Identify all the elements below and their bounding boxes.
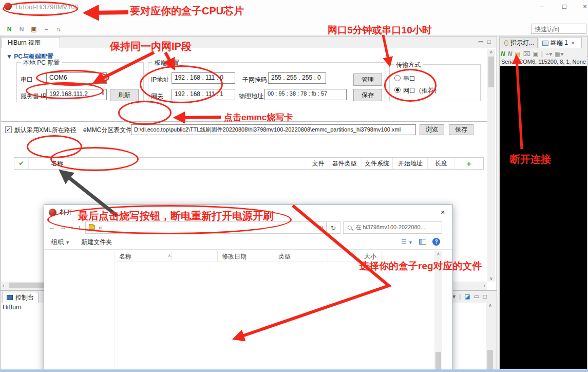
plug-icon[interactable]: ⌁ (42, 25, 51, 34)
terminal-toolbar: N N ▤ ⌧ ▣ | ⌁▾ ▦▾ (501, 49, 587, 59)
column-type[interactable]: 类型 (274, 251, 328, 262)
column-date[interactable]: 修改日期 (218, 251, 274, 262)
indicator-bulb-icon (504, 40, 508, 46)
xml-path-label: eMMC分区表文件 (83, 126, 132, 135)
dialog-titlebar: 打开 (44, 205, 452, 219)
serial-status-text: Serial: COM6, 115200, 8, 1, None (501, 59, 587, 65)
file-list: ∧ 名称 修改日期 类型 大小 (115, 251, 434, 372)
panel-minimize-icon[interactable]: ▭ (478, 39, 483, 45)
breadcrumb-dropdown-icon[interactable]: ∨ (319, 224, 324, 231)
xml-save-button[interactable]: 保存 (449, 124, 473, 135)
console-scrollbar[interactable]: ∧ (486, 303, 494, 371)
window-titlebar: HiTool-Hi3798MV100 – □ × (0, 0, 588, 13)
terminal-disconnect-icon[interactable]: N (508, 50, 513, 58)
serial-label: 串口 (21, 76, 33, 84)
dialog-toolbar: 组织 ▼ 新建文件夹 ☰ ▼ ? (44, 235, 452, 250)
ip-label: IP地址 (151, 76, 169, 84)
serial-port-select[interactable]: COM6 (46, 72, 107, 84)
dialog-close-icon[interactable]: × (437, 207, 448, 217)
mask-label: 子网掩码 (242, 76, 267, 84)
console-toolbar: ▾ | ◪ ▭ □ (452, 293, 487, 300)
partition-table: ✔ 名称 文件 器件类型 文件系统 开始地址 长度 + (14, 157, 484, 170)
console-maximize-icon[interactable]: □ (483, 293, 487, 300)
terminal-screen[interactable] (500, 66, 587, 369)
panel-maximize-icon[interactable]: □ (487, 39, 491, 45)
server-ip-label: 服务器 IP (21, 92, 47, 101)
terminal-icon (542, 41, 548, 46)
vertical-scrollbar[interactable]: ∧∨ (487, 49, 495, 282)
network-radio-label: 网口（推荐） (403, 86, 440, 95)
open-file-dialog: 打开 × ← → ∨ ↑ « ∨ ↻ 在 hi3798mv100-2022080… (44, 204, 453, 372)
menubar (0, 13, 588, 23)
board-save-button[interactable]: 保存 (353, 89, 382, 101)
action-button-row (1, 140, 495, 153)
xml-path-input[interactable]: D:\dl.ecoo.top\public2\TTL线刷固件20220808\h… (131, 124, 416, 135)
mac-input[interactable]: 00 : 95 : 38 : 78 : fb : 57 (264, 89, 347, 100)
window-title: HiTool-Hi3798MV100 (15, 3, 79, 11)
forward-icon[interactable]: → (60, 224, 66, 231)
xml-path-checkbox[interactable] (5, 126, 12, 133)
xml-checkbox-label: 默认采用XML所在路径 (14, 126, 77, 135)
serial-radio-label: 串口 (403, 75, 415, 83)
gateway-label: 网关 (151, 92, 163, 101)
console-icon (7, 295, 13, 300)
refresh-button[interactable]: 刷新 (110, 89, 139, 101)
folder-icon (89, 225, 95, 230)
quick-access-input[interactable]: 快速访问 (531, 24, 586, 34)
column-size[interactable]: 大小 (328, 251, 382, 262)
main-toolbar: N N ▣ ⌁ ↑↓ (0, 23, 588, 36)
clear-terminal-icon[interactable]: ⌧ (523, 50, 530, 58)
disconnect-icon[interactable]: N (17, 25, 26, 34)
dialog-scrollbar[interactable]: ∧ (434, 251, 442, 372)
recent-locations-icon[interactable]: ∨ (70, 225, 74, 230)
gateway-input[interactable]: 192 . 168 . 111 . 1 (172, 89, 235, 100)
terminal-settings-icon[interactable]: ▤ (515, 50, 520, 58)
transfer-arrows-icon[interactable]: ↑↓ (54, 25, 63, 34)
preview-pane-icon[interactable] (419, 239, 426, 245)
refresh-icon[interactable]: ↻ (327, 221, 340, 234)
tab-hiburn-view[interactable]: HiBurn 视图 (2, 37, 60, 48)
select-all-check-icon[interactable]: ✔ (14, 158, 29, 169)
up-icon[interactable]: ↑ (78, 224, 82, 231)
board-ip-input[interactable]: 192 . 168 . 111 . 0 (172, 72, 235, 84)
tab-terminal-1[interactable]: 终端 1 × (539, 37, 582, 48)
file-list-header: ∧ 名称 修改日期 类型 大小 (115, 251, 434, 262)
package-icon[interactable]: ▣ (29, 25, 39, 34)
sort-ascending-icon: ∧ (164, 251, 172, 261)
browse-button[interactable]: 浏览 (420, 124, 444, 135)
breadcrumb[interactable]: « ∨ (85, 221, 327, 234)
tab-indicator[interactable]: 指示灯... (501, 37, 538, 48)
manage-button[interactable]: 管理 (353, 73, 382, 86)
connect-icon[interactable]: N (5, 25, 14, 34)
new-terminal-dropdown-icon[interactable]: ▦▾ (555, 50, 563, 58)
server-ip-select[interactable]: 192.168.111.2 (46, 89, 107, 100)
serial-radio[interactable] (394, 75, 401, 81)
pin-console-icon[interactable]: ◪ (464, 293, 470, 300)
close-button[interactable]: × (576, 1, 588, 12)
dialog-logo-icon (49, 209, 56, 216)
maximize-button[interactable]: □ (556, 1, 573, 12)
scroll-lock-icon[interactable]: ▣ (533, 50, 539, 58)
minimize-button[interactable]: – (533, 1, 551, 12)
search-input[interactable]: 在 hi3798mv100-2022080... (343, 221, 442, 234)
dialog-sidebar (46, 251, 112, 372)
help-icon[interactable]: ? (432, 238, 440, 246)
terminal-connect-icon[interactable]: N (501, 50, 505, 58)
window-bottom-edge (0, 369, 588, 372)
back-icon[interactable]: ← (49, 224, 55, 231)
network-radio[interactable] (394, 87, 401, 93)
mask-input[interactable]: 255 . 255 . 255 . 0 (268, 72, 326, 84)
console-minimize-icon[interactable]: ▭ (474, 293, 480, 300)
dialog-nav-row: ← → ∨ ↑ « ∨ ↻ 在 hi3798mv100-2022080... (44, 219, 452, 235)
view-mode-icon[interactable]: ☰ ▼ (401, 238, 413, 246)
close-terminal-icon[interactable]: × (571, 40, 575, 47)
mac-label: 物理地址 (239, 92, 263, 101)
serial-config-dropdown-icon[interactable]: ⌁▾ (545, 50, 552, 58)
tab-console[interactable]: 控制台 (2, 292, 39, 303)
organize-button[interactable]: 组织 ▼ (51, 238, 70, 247)
search-icon (348, 226, 352, 230)
add-partition-icon[interactable]: + (454, 158, 483, 169)
app-logo-icon (4, 3, 12, 10)
partition-table-header: ✔ 名称 文件 器件类型 文件系统 开始地址 长度 + (14, 158, 483, 170)
new-folder-button[interactable]: 新建文件夹 (81, 238, 112, 247)
